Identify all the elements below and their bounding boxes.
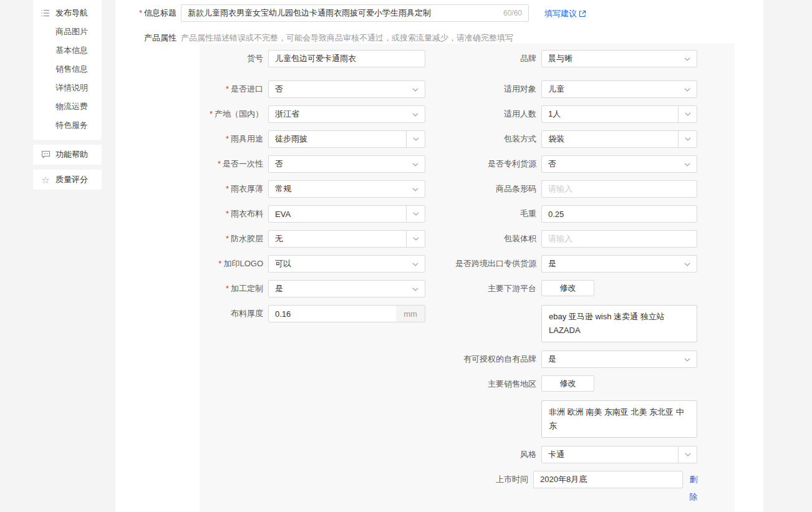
applicable-people-combo[interactable]: 1人 bbox=[541, 105, 697, 123]
field-packaging-method: 包装方式 袋装 bbox=[349, 130, 705, 148]
field-label: 主要销售地区 bbox=[349, 375, 536, 393]
char-counter: 60/60 bbox=[503, 9, 522, 17]
select-value: 儿童 bbox=[548, 84, 564, 95]
sidebar-item-help[interactable]: 功能帮助 bbox=[33, 145, 102, 165]
launch-date-input[interactable]: 2020年8月底 bbox=[533, 471, 683, 488]
field-label: 布料厚度 bbox=[200, 305, 263, 322]
external-link-icon bbox=[579, 10, 586, 17]
cross-border-supply-select[interactable]: 是 bbox=[541, 255, 697, 273]
field-own-licensed-brand: 有可授权的自有品牌 是 bbox=[349, 350, 705, 368]
field-label: *雨衣厚薄 bbox=[200, 180, 263, 198]
combo-value: 1人 bbox=[548, 109, 561, 120]
delete-attribute-link[interactable]: 删除 bbox=[689, 471, 705, 506]
sidebar-nav-card: 发布导航 商品图片 基本信息 销售信息 详情说明 物流运费 特色服务 bbox=[33, 0, 102, 140]
field-label: 适用对象 bbox=[349, 80, 536, 98]
field-downstream-platforms-values: ebay 亚马逊 wish 速卖通 独立站 LAZADA bbox=[349, 305, 705, 342]
field-label: *雨具用途 bbox=[200, 130, 263, 148]
select-value: 常规 bbox=[275, 183, 291, 195]
barcode-input[interactable]: 请输入 bbox=[541, 180, 697, 198]
chevron-down-icon bbox=[683, 55, 692, 64]
field-barcode: 商品条形码 请输入 bbox=[349, 180, 705, 198]
field-applicable-object: 适用对象 儿童 bbox=[349, 80, 705, 98]
field-label: 主要下游平台 bbox=[349, 280, 536, 297]
sidebar-item-logistics[interactable]: 物流运费 bbox=[33, 97, 102, 116]
applicable-object-select[interactable]: 儿童 bbox=[541, 80, 697, 98]
field-applicable-people-count: 适用人数 1人 bbox=[349, 105, 705, 123]
info-title-value: 新款儿童雨衣男童女宝幼儿园包边卡通雨衣雨披可爱小学生雨具定制 bbox=[188, 7, 498, 19]
modify-regions-button[interactable]: 修改 bbox=[541, 375, 594, 392]
main-content: *信息标题 新款儿童雨衣男童女宝幼儿园包边卡通雨衣雨披可爱小学生雨具定制 60/… bbox=[115, 0, 763, 512]
own-licensed-brand-select[interactable]: 是 bbox=[541, 350, 697, 368]
field-sales-regions-values: 非洲 欧洲 南美 东南亚 北美 东北亚 中东 bbox=[349, 400, 705, 438]
sidebar-item-label: 详情说明 bbox=[56, 82, 88, 94]
required-asterisk: * bbox=[226, 284, 229, 293]
chevron-down-icon[interactable] bbox=[678, 106, 697, 122]
combo-value: 卡通 bbox=[548, 449, 564, 460]
field-label: 风格 bbox=[349, 446, 536, 463]
input-placeholder: 请输入 bbox=[548, 233, 573, 244]
sidebar-item-sales-info[interactable]: 销售信息 bbox=[33, 60, 102, 79]
sidebar-item-label: 质量评分 bbox=[56, 174, 88, 185]
sidebar-item-label: 商品图片 bbox=[56, 26, 88, 37]
field-label: *雨衣布料 bbox=[200, 205, 263, 223]
sidebar-item-detail-desc[interactable]: 详情说明 bbox=[33, 79, 102, 97]
select-value: 可以 bbox=[275, 258, 291, 269]
field-label: 上市时间 bbox=[349, 471, 528, 506]
sidebar-item-publish-nav[interactable]: 发布导航 bbox=[33, 4, 102, 22]
field-label: *加工定制 bbox=[200, 280, 263, 297]
field-label: 有可授权的自有品牌 bbox=[349, 350, 536, 368]
input-value: 0.25 bbox=[548, 210, 564, 219]
combo-value: 袋装 bbox=[548, 133, 564, 145]
chevron-down-icon[interactable] bbox=[678, 131, 697, 147]
info-title-input[interactable]: 新款儿童雨衣男童女宝幼儿园包边卡通雨衣雨披可爱小学生雨具定制 60/60 bbox=[181, 4, 529, 22]
modify-platforms-button[interactable]: 修改 bbox=[541, 280, 594, 296]
field-label: 适用人数 bbox=[349, 105, 536, 123]
select-value: 否 bbox=[548, 158, 556, 170]
field-label: *加印LOGO bbox=[200, 255, 263, 273]
required-asterisk: * bbox=[226, 84, 229, 94]
field-label: 是否专利货源 bbox=[349, 155, 536, 173]
field-label: 货号 bbox=[200, 50, 263, 67]
sidebar-item-basic-info[interactable]: 基本信息 bbox=[33, 41, 102, 60]
select-value: 是 bbox=[548, 354, 556, 365]
field-label: 包装体积 bbox=[349, 230, 536, 248]
platforms-tag-box: ebay 亚马逊 wish 速卖通 独立站 LAZADA bbox=[541, 305, 697, 342]
select-value: 否 bbox=[275, 158, 283, 170]
brand-select[interactable]: 晨与晰 bbox=[541, 50, 697, 67]
field-gross-weight: 毛重 0.25 bbox=[349, 205, 705, 223]
input-value: 2020年8月底 bbox=[540, 474, 587, 485]
field-label: 品牌 bbox=[349, 50, 536, 67]
required-asterisk: * bbox=[226, 234, 229, 243]
required-asterisk: * bbox=[226, 134, 229, 143]
field-label: 包装方式 bbox=[349, 130, 536, 148]
package-volume-input[interactable]: 请输入 bbox=[541, 230, 697, 248]
required-asterisk: * bbox=[226, 209, 229, 218]
attributes-right-column: 品牌 晨与晰 适用对象 儿童 适用人数 1人 包装方式 袋装 是否专利货源 否 … bbox=[349, 50, 705, 512]
chevron-down-icon bbox=[683, 85, 692, 94]
comment-icon bbox=[41, 150, 51, 159]
field-label: 毛重 bbox=[349, 205, 536, 223]
field-sales-regions: 主要销售地区 修改 bbox=[349, 375, 705, 393]
combo-value: 无 bbox=[275, 233, 283, 244]
sidebar-item-label: 物流运费 bbox=[56, 101, 88, 112]
select-value: 是 bbox=[548, 258, 556, 269]
sidebar-item-product-images[interactable]: 商品图片 bbox=[33, 22, 102, 41]
style-combo[interactable]: 卡通 bbox=[541, 446, 697, 463]
field-brand: 品牌 晨与晰 bbox=[349, 50, 705, 67]
packaging-method-combo[interactable]: 袋装 bbox=[541, 130, 697, 148]
required-asterisk: * bbox=[139, 8, 142, 17]
sidebar-item-label: 功能帮助 bbox=[56, 149, 88, 160]
chevron-down-icon[interactable] bbox=[678, 447, 697, 463]
fill-suggestion-link[interactable]: 填写建议 bbox=[544, 8, 586, 19]
star-icon: ☆ bbox=[41, 175, 51, 185]
gross-weight-input[interactable]: 0.25 bbox=[541, 205, 697, 223]
field-label: 是否跨境出口专供货源 bbox=[349, 255, 536, 273]
field-style: 风格 卡通 bbox=[349, 446, 705, 463]
sidebar-item-featured-services[interactable]: 特色服务 bbox=[33, 116, 102, 135]
info-title-row: *信息标题 新款儿童雨衣男童女宝幼儿园包边卡通雨衣雨披可爱小学生雨具定制 60/… bbox=[115, 4, 763, 22]
input-placeholder: 请输入 bbox=[548, 183, 573, 195]
patent-supply-select[interactable]: 否 bbox=[541, 155, 697, 173]
product-attributes-label: 产品属性 bbox=[127, 32, 176, 44]
fill-suggestion-label: 填写建议 bbox=[544, 8, 577, 19]
sidebar-item-quality-score[interactable]: ☆ 质量评分 bbox=[33, 170, 102, 190]
